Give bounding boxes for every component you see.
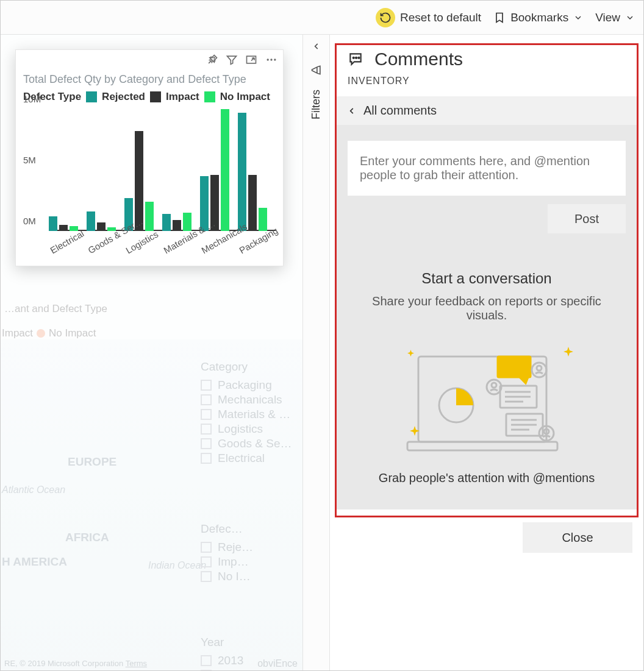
bar[interactable] [59, 225, 68, 231]
slicer-item-label: Goods & Se… [218, 437, 292, 450]
checkbox-icon [201, 380, 212, 391]
comments-title: Comments [374, 49, 463, 69]
checkbox-icon [201, 424, 212, 435]
chart-plot-area: 0M5M10M [49, 109, 276, 231]
comments-subhead: INVENTORY [337, 76, 637, 96]
comments-thread: Enter your comments here, and @mention p… [337, 125, 637, 509]
filters-label: Filters [310, 90, 323, 119]
obvience-label: obviEnce [257, 658, 298, 669]
defect-slicer[interactable]: Defec… Reje…Imp…No I… [201, 522, 303, 584]
empty-title: Start a conversation [362, 270, 611, 287]
x-tick-label: Electrical [48, 230, 83, 256]
slicer-title: Year [201, 636, 303, 649]
reset-to-default-button[interactable]: Reset to default [376, 8, 481, 27]
chevron-down-icon [573, 13, 583, 23]
comments-highlight: Comments INVENTORY All comments Enter yo… [335, 43, 639, 517]
svg-point-1 [267, 59, 269, 60]
close-button[interactable]: Close [523, 522, 632, 553]
slicer-item[interactable]: Packaging [201, 378, 303, 392]
category-slicer[interactable]: Category PackagingMechanicalsMaterials &… [201, 360, 303, 466]
reset-icon [376, 8, 395, 27]
megaphone-icon[interactable] [310, 64, 323, 76]
bar[interactable] [248, 175, 257, 231]
svg-rect-8 [407, 442, 557, 450]
checkbox-icon [201, 453, 212, 464]
report-canvas[interactable]: …ant and Defect Type Impact No Impact EU… [1, 35, 302, 671]
legend-swatch-icon [204, 91, 215, 102]
slicer-item-label: Materials & … [218, 408, 290, 421]
legend-swatch-icon [150, 91, 161, 102]
map-credit: RE, © 2019 Microsoft Corporation Terms [4, 659, 147, 668]
x-tick-label: Materials & … [162, 230, 196, 256]
conversation-illustration-icon [389, 338, 584, 460]
bar[interactable] [145, 202, 154, 231]
slicer-item[interactable]: Reje… [201, 541, 303, 554]
bar[interactable] [97, 222, 106, 231]
bookmarks-label: Bookmarks [510, 11, 568, 24]
map-label: EUROPE [68, 455, 116, 469]
chart-x-axis: ElectricalGoods & Ser…LogisticsMaterials… [49, 233, 276, 244]
bar[interactable] [49, 216, 57, 231]
back-label: All comments [363, 104, 437, 118]
slicer-item[interactable]: No I… [201, 570, 303, 583]
slicer-item-label: No I… [218, 570, 251, 583]
mentions-tagline: Grab people's attention with @mentions [362, 471, 611, 485]
map-label: H AMERICA [2, 555, 67, 569]
bar[interactable] [87, 211, 95, 231]
svg-point-18 [492, 383, 496, 388]
comments-icon [348, 51, 363, 67]
legend-swatch-icon [86, 91, 97, 102]
bookmark-icon [493, 10, 506, 25]
more-options-icon[interactable] [265, 54, 278, 66]
view-label: View [595, 11, 620, 24]
checkbox-icon [201, 655, 212, 666]
legend-item-label: Impact [166, 91, 199, 103]
map-label: Atlantic Ocean [2, 485, 65, 495]
bar[interactable] [259, 208, 267, 231]
chart-title: Total Defect Qty by Category and Defect … [23, 73, 276, 86]
legend-dot-icon [37, 329, 45, 338]
checkbox-icon [201, 571, 212, 582]
bar[interactable] [221, 109, 229, 231]
bar[interactable] [162, 214, 171, 231]
svg-point-4 [353, 57, 354, 59]
checkbox-icon [201, 438, 212, 449]
slicer-title: Category [201, 360, 303, 374]
slicer-item-label: Imp… [218, 555, 249, 569]
comment-compose-input[interactable]: Enter your comments here, and @mention p… [348, 141, 626, 196]
legend-item-label: Impact [2, 327, 33, 339]
terms-link[interactable]: Terms [126, 659, 147, 668]
slicer-item[interactable]: Mechanicals [201, 393, 303, 407]
x-tick-label: Goods & Ser… [86, 230, 121, 256]
checkbox-icon [201, 394, 212, 405]
bookmarks-menu[interactable]: Bookmarks [493, 10, 583, 25]
slicer-item[interactable]: Electrical [201, 452, 303, 465]
svg-point-12 [537, 366, 542, 371]
map-label: Indian Ocean [148, 560, 206, 571]
svg-point-5 [356, 57, 357, 59]
bar[interactable] [238, 113, 246, 231]
chart-card[interactable]: Total Defect Qty by Category and Defect … [15, 49, 284, 266]
post-button[interactable]: Post [548, 204, 626, 233]
legend-item-label: No Impact [220, 91, 270, 103]
svg-point-2 [270, 59, 272, 60]
slicer-item[interactable]: Imp… [201, 555, 303, 569]
view-menu[interactable]: View [595, 11, 635, 24]
slicer-item[interactable]: Logistics [201, 422, 303, 436]
focus-mode-icon[interactable] [245, 54, 257, 66]
bg-chart-title: …ant and Defect Type [4, 303, 107, 315]
bar[interactable] [183, 213, 191, 231]
filters-rail[interactable]: Filters [302, 35, 329, 671]
pin-icon[interactable] [206, 54, 218, 66]
slicer-item-label: Electrical [218, 452, 265, 465]
empty-body: Share your feedback on reports or specif… [362, 294, 611, 322]
bar[interactable] [173, 220, 181, 231]
slicer-item[interactable]: Goods & Se… [201, 437, 303, 450]
slicer-item-label: 2013 [218, 654, 243, 667]
chevron-down-icon [625, 13, 635, 23]
slicer-item[interactable]: Materials & … [201, 408, 303, 421]
filter-icon[interactable] [226, 54, 238, 66]
collapse-icon[interactable] [312, 42, 321, 51]
back-to-all-comments[interactable]: All comments [337, 96, 637, 125]
map-label: AFRICA [65, 531, 109, 544]
